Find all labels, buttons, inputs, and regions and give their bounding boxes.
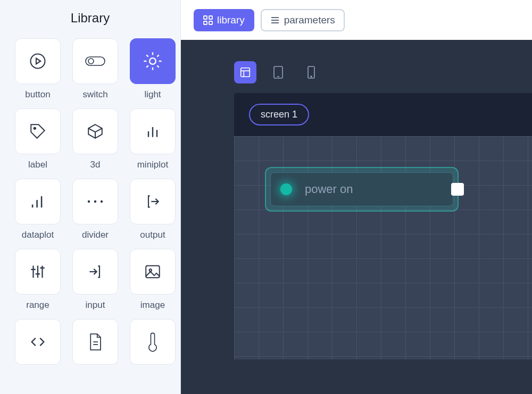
tab-parameters[interactable]: parameters xyxy=(261,9,345,31)
library-item-thermo[interactable] xyxy=(130,319,176,370)
main-area: library parameters xyxy=(181,0,532,394)
svg-rect-33 xyxy=(204,16,207,19)
login-icon xyxy=(87,263,104,280)
library-card-code xyxy=(15,319,61,365)
toggle-icon xyxy=(85,55,106,68)
library-label: button xyxy=(25,89,50,100)
library-grid: button switch light xyxy=(15,38,165,370)
library-card-image xyxy=(130,249,176,295)
library-item-switch[interactable]: switch xyxy=(72,38,118,100)
logout-icon xyxy=(144,193,161,210)
top-tabs: library parameters xyxy=(181,0,532,40)
library-label: input xyxy=(86,300,105,311)
sun-icon xyxy=(142,51,163,72)
svg-rect-36 xyxy=(209,21,212,24)
svg-point-22 xyxy=(101,200,103,203)
svg-rect-34 xyxy=(209,16,212,19)
svg-line-10 xyxy=(146,65,148,67)
library-label: range xyxy=(26,300,49,311)
widget-label: power on xyxy=(305,182,353,196)
library-label: image xyxy=(140,300,165,311)
screen-header: screen 1 xyxy=(234,93,532,136)
widget-inner: power on xyxy=(270,172,453,206)
status-dot-icon xyxy=(280,183,292,195)
tag-icon xyxy=(29,122,47,140)
library-item-output[interactable]: output xyxy=(130,179,176,240)
library-card-thermo xyxy=(130,319,176,365)
library-label: 3d xyxy=(90,160,101,170)
dots-icon xyxy=(86,199,104,204)
library-card-output xyxy=(130,179,176,224)
svg-line-11 xyxy=(157,55,159,56)
library-label: miniplot xyxy=(137,160,169,170)
svg-point-20 xyxy=(88,200,90,203)
library-sidebar: Library button switch xyxy=(0,0,181,394)
svg-line-8 xyxy=(146,55,148,56)
library-item-range[interactable]: range xyxy=(15,249,61,311)
svg-point-0 xyxy=(31,54,45,69)
svg-point-3 xyxy=(149,58,156,64)
file-text-icon xyxy=(87,332,103,351)
screen-name-chip[interactable]: screen 1 xyxy=(249,104,309,125)
device-mobile-button[interactable] xyxy=(300,61,322,83)
library-card-file xyxy=(72,319,118,365)
screen-grid[interactable]: power on xyxy=(234,136,532,359)
cube-icon xyxy=(86,122,104,140)
library-item-image[interactable]: image xyxy=(130,249,176,311)
bars-stepped-icon xyxy=(29,192,47,211)
library-item-file[interactable] xyxy=(72,319,118,370)
widget-light[interactable]: power on xyxy=(265,167,459,212)
sidebar-title: Library xyxy=(15,11,165,26)
grid-icon xyxy=(203,15,213,25)
device-desktop-button[interactable] xyxy=(234,61,256,83)
library-item-3d[interactable]: 3d xyxy=(72,108,118,170)
svg-point-2 xyxy=(88,58,94,64)
screen-panel: screen 1 power on xyxy=(234,93,532,359)
library-card-light xyxy=(130,38,176,84)
svg-point-46 xyxy=(311,76,312,77)
library-label: divider xyxy=(82,230,109,240)
library-label: label xyxy=(28,160,47,170)
library-card-button xyxy=(15,38,61,84)
mobile-icon xyxy=(307,65,315,79)
tab-label: parameters xyxy=(284,14,335,26)
library-card-3d xyxy=(72,108,118,154)
library-item-button[interactable]: button xyxy=(15,38,61,100)
sliders-icon xyxy=(29,263,47,281)
device-tablet-button[interactable] xyxy=(267,61,289,83)
library-item-miniplot[interactable]: miniplot xyxy=(130,108,176,170)
library-item-input[interactable]: input xyxy=(72,249,118,311)
library-item-divider[interactable]: divider xyxy=(72,179,118,240)
play-circle-icon xyxy=(28,52,47,71)
tablet-icon xyxy=(273,65,284,79)
layout-icon xyxy=(239,66,251,78)
svg-rect-29 xyxy=(146,266,160,278)
tab-library[interactable]: library xyxy=(194,9,254,31)
device-switcher xyxy=(234,61,532,83)
library-card-range xyxy=(15,249,61,295)
library-item-dataplot[interactable]: dataplot xyxy=(15,179,61,240)
resize-handle[interactable] xyxy=(451,183,464,196)
list-icon xyxy=(270,15,280,25)
svg-rect-40 xyxy=(241,68,250,77)
svg-point-12 xyxy=(34,128,36,129)
bars-small-icon xyxy=(144,123,161,140)
library-item-code[interactable] xyxy=(15,319,61,370)
svg-rect-35 xyxy=(204,21,207,24)
library-card-label xyxy=(15,108,61,154)
image-icon xyxy=(144,263,162,281)
thermometer-icon xyxy=(147,332,158,352)
svg-point-21 xyxy=(94,200,96,203)
library-label: output xyxy=(140,230,165,240)
library-card-input xyxy=(72,249,118,295)
tab-label: library xyxy=(217,14,245,26)
library-item-light[interactable]: light xyxy=(130,38,176,100)
library-card-miniplot xyxy=(130,108,176,154)
library-card-divider xyxy=(72,179,118,224)
library-label: switch xyxy=(82,89,107,100)
library-label: light xyxy=(144,89,161,100)
canvas-area: screen 1 power on xyxy=(181,40,532,394)
code-icon xyxy=(29,333,47,351)
library-card-dataplot xyxy=(15,179,61,224)
library-item-label[interactable]: label xyxy=(15,108,61,170)
